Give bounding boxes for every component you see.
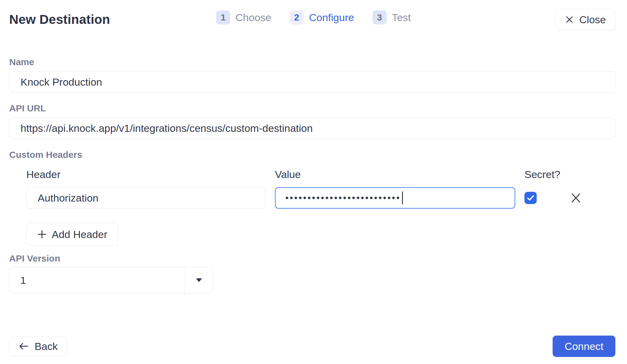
name-label: Name (9, 57, 615, 67)
step-number-badge: 1 (216, 10, 230, 24)
step-label: Test (392, 12, 411, 24)
api-url-input[interactable] (9, 117, 615, 139)
step-label: Choose (235, 12, 271, 24)
page-title: New Destination (9, 12, 110, 27)
close-button-label: Close (579, 14, 606, 26)
step-number-badge: 2 (290, 10, 304, 24)
arrow-left-icon (18, 342, 29, 350)
add-header-label: Add Header (52, 228, 107, 240)
custom-headers-table: Header Value Secret? •••••••••••••••••••… (26, 169, 615, 209)
delete-icon (570, 192, 582, 204)
plus-icon (37, 229, 47, 239)
custom-headers-label: Custom Headers (9, 150, 615, 160)
text-cursor (402, 191, 403, 204)
value-column-label: Value (275, 169, 515, 180)
secret-checkbox[interactable] (524, 192, 537, 204)
masked-value-dots: •••••••••••••••••••••••••• (285, 193, 401, 202)
chevron-down-icon (196, 278, 202, 282)
api-version-label: API Version (9, 253, 615, 264)
stepper: 1 Choose 2 Configure 3 Test (216, 10, 411, 24)
api-version-dropdown-toggle[interactable] (185, 267, 213, 293)
header-name-input[interactable] (26, 187, 266, 209)
delete-header-row-button[interactable] (570, 192, 582, 204)
step-configure[interactable]: 2 Configure (290, 10, 354, 24)
name-input[interactable] (9, 71, 615, 93)
step-choose[interactable]: 1 Choose (216, 10, 271, 24)
header-value-input[interactable]: •••••••••••••••••••••••••• (275, 187, 515, 209)
secret-column-label: Secret? (524, 169, 561, 180)
back-button-label: Back (35, 340, 58, 352)
api-version-select[interactable]: 1 (9, 267, 213, 293)
modal-footer: Back Connect (9, 336, 615, 357)
configure-form: Name API URL Custom Headers Header Value… (0, 57, 627, 293)
step-test[interactable]: 3 Test (373, 10, 411, 24)
api-version-selected-value: 1 (9, 267, 185, 293)
checkmark-icon (527, 195, 534, 201)
connect-button[interactable]: Connect (553, 336, 615, 357)
modal-header: New Destination 1 Choose 2 Configure 3 T… (0, 0, 627, 31)
add-header-button[interactable]: Add Header (26, 223, 118, 246)
back-button[interactable]: Back (9, 336, 67, 356)
step-number-badge: 3 (373, 10, 387, 24)
close-button[interactable]: Close (555, 9, 615, 30)
api-url-label: API URL (9, 103, 615, 113)
header-column-label: Header (26, 169, 266, 180)
close-icon (565, 15, 574, 24)
step-label: Configure (309, 12, 354, 24)
